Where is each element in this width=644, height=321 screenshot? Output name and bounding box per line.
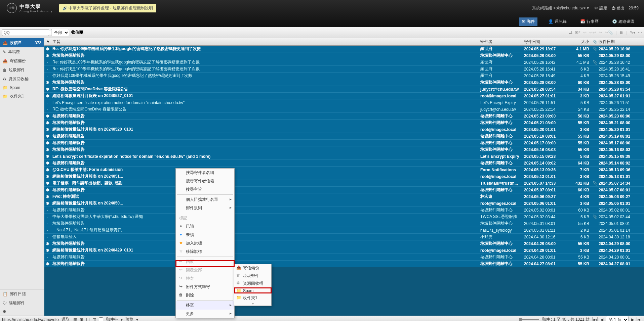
notice-banner[interactable]: 🔊 中華大學電子郵件處理 - 垃圾郵件處理機制說明: [59, 4, 156, 12]
nav-contacts[interactable]: 👤 通訊錄: [546, 17, 569, 26]
logout-link[interactable]: ⏻ 登出: [611, 5, 625, 11]
moveto-folder1[interactable]: 📁收件夾1: [234, 294, 271, 302]
mark-icon[interactable]: ✎▾: [630, 30, 635, 35]
moveto-trash[interactable]: ♻資源回收桶: [234, 280, 271, 287]
mail-row[interactable]: ✱垃圾郵件隔離報告垃圾郵件隔離中心2024.05.17 08:0055 KB20…: [44, 140, 644, 146]
delete-icon[interactable]: 🗑: [619, 30, 623, 35]
mail-row[interactable]: ·中華大學學校財團法人中華大學(*.chu.edu.tw) 通知TWCA SSL…: [44, 214, 644, 220]
ctx-remove-flag[interactable]: ☆移除旗標: [176, 247, 234, 256]
ctx-reply-all[interactable]: ↩回覆全部: [176, 266, 234, 274]
mail-row[interactable]: ✱Let's Encrypt certificate expiration no…: [44, 153, 644, 160]
mail-row[interactable]: ·垃圾郵件隔離報告垃圾郵件隔離中心2024.05.02 08:0160 KB20…: [44, 207, 644, 214]
folder-trash[interactable]: ♻ 資源回收桶: [0, 75, 44, 84]
ctx-reply[interactable]: ↩回覆: [176, 258, 234, 266]
col-recvdate[interactable]: 收件日期: [599, 39, 644, 45]
ctx-search-senderbox[interactable]: 搜尋寄件者信箱: [176, 177, 234, 185]
mail-row[interactable]: ✱Fwd: 轉寄測試林宏遠2024.05.06 09:274 KB2024.05…: [44, 193, 644, 200]
page-prev[interactable]: ◀: [599, 317, 604, 321]
select-none-icon[interactable]: ☐: [86, 317, 90, 321]
ctx-blocklist[interactable]: 個人阻擋放行名單▸: [176, 195, 234, 204]
col-size[interactable]: 大小: [568, 39, 591, 45]
mail-row[interactable]: ✱垃圾郵件隔離報告垃圾郵件隔離中心2024.05.07 08:0160 KB20…: [44, 187, 644, 193]
ctx-rules[interactable]: 郵件規則▸: [176, 204, 234, 212]
folder-spam[interactable]: 📁 Spam: [0, 84, 44, 92]
nav-disk[interactable]: 💿 網路磁碟: [609, 17, 637, 26]
forward-att-icon[interactable]: ↪📎: [605, 30, 613, 35]
search-input[interactable]: [7, 31, 53, 35]
reply-all-icon[interactable]: ↩↩: [589, 30, 596, 35]
mail-row[interactable]: ·Re: 你好我是109學年機械系的學生我google的密碼忘記了然後密碼變更達…: [44, 66, 644, 73]
mail-row[interactable]: ✱Re: 你好我是109學年機械系的學生我google的密碼忘記了然後密碼變更達…: [44, 46, 644, 52]
select-all-icon[interactable]: ▦: [73, 317, 77, 321]
nav-calendar[interactable]: 📅 行事曆: [577, 17, 601, 26]
mail-row[interactable]: ✱垃圾郵件隔離報告垃圾郵件隔離中心2024.05.19 08:0155 KB20…: [44, 133, 644, 140]
folder-inbox[interactable]: 📥 收信匣372: [0, 38, 44, 47]
compose-icon[interactable]: ✉⁺: [575, 30, 580, 35]
mail-row[interactable]: ✱垃圾郵件隔離報告垃圾郵件隔離中心2024.05.28 08:0060 KB20…: [44, 79, 644, 86]
col-sentdate[interactable]: 寄件日期: [524, 39, 568, 45]
ctx-more[interactable]: 更多▸: [176, 310, 234, 318]
thread-dropdown-icon[interactable]: ▾: [121, 317, 123, 321]
mail-row[interactable]: ✱垃圾郵件隔離報告垃圾郵件隔離中心2024.05.23 08:0056 KB20…: [44, 113, 644, 120]
mail-row[interactable]: ✱網路相簿數量統計月報表 on 2024050...root@images.lo…: [44, 200, 644, 207]
folder-drafts[interactable]: ✎ 草稿匣: [0, 47, 44, 56]
slider-icon[interactable]: [519, 319, 539, 320]
folder-settings-icon[interactable]: ⚙: [0, 308, 44, 316]
thread-checkbox[interactable]: [99, 317, 103, 321]
moveto-junk[interactable]: 🗑垃圾郵件: [234, 272, 271, 280]
settings-link[interactable]: ⚙ 設定: [594, 5, 607, 11]
col-flag[interactable]: ⚑: [44, 40, 51, 44]
mail-row[interactable]: ✱垃圾郵件隔離報告垃圾郵件隔離中心2024.04.29 08:0055 KB20…: [44, 240, 644, 247]
forward-icon[interactable]: ↪: [599, 30, 602, 35]
more-icon[interactable]: ⋯: [638, 30, 642, 35]
ctx-search-subject[interactable]: 搜尋主旨: [176, 185, 234, 194]
moveto-sent[interactable]: 📤寄信備份: [234, 264, 271, 272]
mail-row[interactable]: ·「Nas171」Nas171 每月硬碟健康資訊nas171_synology2…: [44, 227, 644, 234]
ctx-delete[interactable]: 🗑刪除: [176, 291, 234, 300]
mail-row[interactable]: ·Re: 你好我是109學年機械系的學生我google的密碼忘記了然後密碼變更達…: [44, 59, 644, 66]
mail-row[interactable]: ✱網路相簿數量統計月報表 on 20240429_0101root@images…: [44, 247, 644, 254]
col-subject[interactable]: 主旨: [51, 39, 480, 45]
search-box[interactable]: Q ▾: [2, 29, 49, 36]
mail-row[interactable]: ·垃圾郵件隔離報告垃圾郵件隔離中心2024.04.28 08:0155 KB20…: [44, 254, 644, 261]
mail-row[interactable]: ✱@G.CHU 帳號申請: Form submissionForm Notifi…: [44, 167, 644, 173]
mail-log[interactable]: 📋 郵件日誌: [0, 289, 44, 299]
mail-row[interactable]: ✱電子發票 - 附件請印出核銷、請款. 感謝TrustMail@trustm..…: [44, 180, 644, 187]
mail-row[interactable]: ✱垃圾郵件隔離報告垃圾郵件隔離中心2024.04.27 08:0155 KB20…: [44, 261, 644, 267]
col-from[interactable]: 寄件者: [480, 39, 524, 45]
mail-row[interactable]: ·垃圾郵件隔離報告垃圾郵件隔離中心2024.05.01 08:0155 KB20…: [44, 220, 644, 227]
mail-row[interactable]: ·RE: 微軟雲端空間OneDrive 容量限縮公告judycrt@chu.ed…: [44, 106, 644, 113]
ctx-mark-read[interactable]: ●已讀: [176, 222, 234, 231]
select-invert-icon[interactable]: ◫: [92, 317, 96, 321]
reply-icon[interactable]: ↩: [583, 30, 587, 35]
mail-row[interactable]: ·Let's Encrypt certificate expiration no…: [44, 99, 644, 106]
ctx-forward[interactable]: ↪轉寄: [176, 274, 234, 283]
refresh-icon[interactable]: ⇄: [569, 30, 572, 35]
folder-custom1[interactable]: 📁 收件夾1: [0, 92, 44, 101]
ctx-forward-att[interactable]: ↪附件方式轉寄: [176, 283, 234, 291]
page-select[interactable]: 第 1 頁: [606, 316, 629, 321]
mail-row[interactable]: ✱網路相簿數量統計月報表 on 20240527_0101root@images…: [44, 93, 644, 99]
quarantine[interactable]: 🛡 隔離郵件: [0, 299, 44, 308]
folder-junk[interactable]: 🗑 垃圾郵件: [0, 65, 44, 75]
moveto-spam[interactable]: 📁Spam: [234, 287, 271, 294]
mail-row[interactable]: ✱垃圾郵件隔離報告垃圾郵件隔離中心2024.05.21 08:0055 KB20…: [44, 120, 644, 126]
ctx-mark-unread[interactable]: ●未讀: [176, 231, 234, 239]
mail-row[interactable]: ✱網路相簿數量統計月報表 on 20240520_0101root@images…: [44, 126, 644, 133]
mail-row[interactable]: ✱垃圾郵件隔離報告垃圾郵件隔離中心2024.05.29 08:0055 KB20…: [44, 52, 644, 59]
mail-row[interactable]: ✱垃圾郵件隔離報告垃圾郵件隔離中心2024.05.16 08:0355 KB20…: [44, 146, 644, 153]
ctx-add-flag[interactable]: ★加入旗標: [176, 239, 234, 247]
mail-row[interactable]: ·你好我是109學年機械系的學生我google的密碼忘記了然後密碼變更達到了次數…: [44, 73, 644, 79]
ctx-search-sender[interactable]: 搜尋寄件者名稱: [176, 169, 234, 177]
select-page-icon[interactable]: ▣: [80, 317, 83, 321]
col-attach-icon[interactable]: 📎: [591, 40, 599, 44]
mail-row[interactable]: ✱RE: 微軟雲端空間OneDrive 容量限縮公告judycrt@chu.ed…: [44, 86, 644, 93]
page-first[interactable]: ⏮: [592, 317, 598, 321]
mail-list[interactable]: ✱Re: 你好我是109學年機械系的學生我google的密碼忘記了然後密碼變更達…: [44, 46, 644, 316]
preview-dropdown-icon[interactable]: ▾: [136, 317, 138, 321]
mail-row[interactable]: ·信箱無法登入小野虎2024.04.30 12:166 KB2024.04.30…: [44, 234, 644, 240]
page-next[interactable]: ▶: [630, 317, 635, 321]
nav-mail[interactable]: ✉ 郵件: [519, 17, 537, 26]
folder-sent[interactable]: 📤 寄信備份: [0, 56, 44, 65]
page-last[interactable]: ⏭: [637, 317, 642, 321]
